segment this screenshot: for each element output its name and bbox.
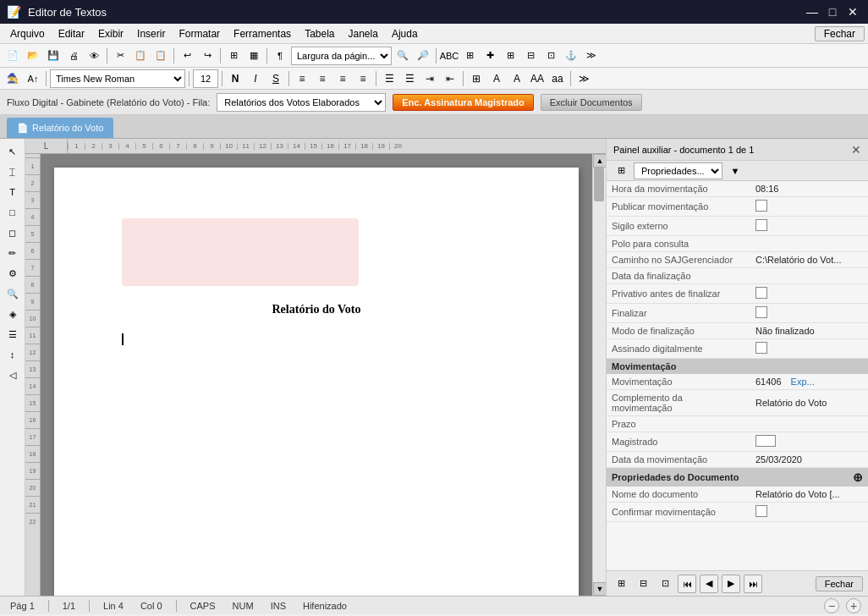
- underline-button[interactable]: S: [266, 69, 285, 88]
- new-file-button[interactable]: 📄: [3, 47, 22, 65]
- aa-button[interactable]: aa: [548, 69, 567, 88]
- doc-props-expand-icon[interactable]: ⊕: [853, 470, 863, 484]
- menu-inserir[interactable]: Inserir: [130, 26, 172, 41]
- insert-row-button[interactable]: ⊞: [501, 47, 519, 65]
- left-tool-5[interactable]: ◻: [3, 223, 23, 242]
- vertical-scrollbar[interactable]: ▲ ▼: [592, 154, 606, 596]
- insert-col-button[interactable]: ⊟: [521, 47, 540, 65]
- print-preview-button[interactable]: 👁: [85, 47, 103, 65]
- zoom-in-button[interactable]: +: [846, 598, 861, 613]
- menu-tabela[interactable]: Tabela: [298, 26, 341, 41]
- table-fmt-button[interactable]: ⊞: [467, 69, 486, 88]
- italic-button[interactable]: I: [246, 69, 265, 88]
- list-ordered-button[interactable]: ☰: [400, 69, 419, 88]
- enc-assinatura-button[interactable]: Enc. Assinatura Magistrado: [393, 94, 533, 111]
- doc-content-area[interactable]: [122, 333, 511, 503]
- table3-button[interactable]: ⊞: [460, 47, 479, 65]
- cut-button[interactable]: ✂: [111, 47, 129, 65]
- menu-ferramentas[interactable]: Ferramentas: [227, 26, 298, 41]
- highlight-button[interactable]: A: [508, 69, 526, 88]
- paste-button[interactable]: 📋: [151, 47, 170, 65]
- list-unordered-button[interactable]: ☰: [380, 69, 398, 88]
- font-family-select[interactable]: Times New Roman: [50, 69, 185, 88]
- paragraph-button[interactable]: ¶: [271, 47, 289, 65]
- align-center-button[interactable]: ≡: [313, 69, 332, 88]
- anchor-button[interactable]: ⚓: [562, 47, 580, 65]
- scroll-down-button[interactable]: ▼: [593, 582, 606, 596]
- spell-button[interactable]: ABC: [440, 47, 459, 65]
- document-scroll[interactable]: Relatório do Voto: [41, 154, 592, 596]
- zoom-out-button[interactable]: −: [824, 598, 839, 613]
- font-size-input[interactable]: [193, 69, 218, 88]
- checkbox-finalizar[interactable]: [755, 306, 767, 318]
- panel-next-button[interactable]: ▶: [722, 575, 740, 593]
- more2-button[interactable]: ≫: [574, 69, 593, 88]
- justify-button[interactable]: ≡: [354, 69, 372, 88]
- checkbox-confirmar[interactable]: [755, 505, 767, 517]
- menu-ajuda[interactable]: Ajuda: [385, 26, 425, 41]
- more-button[interactable]: ≫: [582, 47, 601, 65]
- redo-button[interactable]: ↪: [198, 47, 217, 65]
- menu-editar[interactable]: Editar: [52, 26, 91, 41]
- left-tool-3[interactable]: T: [3, 183, 23, 201]
- panel-icon2[interactable]: ⊟: [634, 575, 652, 593]
- left-tool-arrow[interactable]: ◁: [3, 366, 23, 384]
- properties-scroll[interactable]: Hora da movimentação 08:16 Publicar movi…: [607, 181, 868, 570]
- panel-fechar-button[interactable]: Fechar: [816, 576, 863, 591]
- search-button[interactable]: 🔍: [393, 47, 412, 65]
- left-tool-4[interactable]: □: [3, 203, 23, 222]
- left-tool-7[interactable]: ⚙: [3, 264, 23, 283]
- panel-close-icon-button[interactable]: ✕: [851, 143, 861, 157]
- outdent-button[interactable]: ⇤: [441, 69, 459, 88]
- fechar-button[interactable]: Fechar: [815, 26, 865, 41]
- page-width-select[interactable]: Largura da págin...: [291, 47, 392, 65]
- align-right-button[interactable]: ≡: [333, 69, 352, 88]
- save-button[interactable]: 💾: [44, 47, 63, 65]
- excluir-documentos-button[interactable]: Excluir Documentos: [541, 94, 642, 111]
- bold-button[interactable]: N: [226, 69, 244, 88]
- props-arrow-button[interactable]: ▼: [726, 162, 744, 180]
- search2-button[interactable]: 🔎: [414, 47, 432, 65]
- checkbox-publicar[interactable]: [755, 200, 767, 212]
- panel-first-button[interactable]: ⏮: [678, 575, 696, 593]
- print-button[interactable]: 🖨: [64, 47, 83, 65]
- checkbox-privativo[interactable]: [755, 287, 767, 299]
- properties-dropdown[interactable]: Propriedades...: [634, 162, 722, 179]
- panel-prev-button[interactable]: ◀: [700, 575, 718, 593]
- left-tool-10[interactable]: ☰: [3, 325, 23, 344]
- scroll-track[interactable]: [593, 168, 606, 582]
- indent-button[interactable]: ⇥: [420, 69, 439, 88]
- menu-arquivo[interactable]: Arquivo: [3, 26, 52, 41]
- font-color-button[interactable]: A: [487, 69, 506, 88]
- left-tool-2[interactable]: ⌶: [3, 162, 23, 181]
- tab-relatorio-voto[interactable]: 📄 Relatório do Voto: [7, 118, 113, 138]
- undo-button[interactable]: ↩: [178, 47, 196, 65]
- props-icon-button[interactable]: ⊞: [612, 162, 630, 180]
- left-tool-1[interactable]: ↖: [3, 142, 23, 161]
- mov-exp-link[interactable]: Exp...: [791, 377, 815, 387]
- menu-janela[interactable]: Janela: [342, 26, 385, 41]
- copy-button[interactable]: 📋: [131, 47, 150, 65]
- table-insert-button[interactable]: ⊞: [224, 47, 243, 65]
- AA-button[interactable]: AA: [528, 69, 547, 88]
- menu-exibir[interactable]: Exibir: [91, 26, 130, 41]
- open-file-button[interactable]: 📂: [24, 47, 42, 65]
- left-tool-11[interactable]: ↕: [3, 345, 23, 364]
- panel-icon3[interactable]: ⊡: [656, 575, 674, 593]
- checkbox-sigilo[interactable]: [755, 219, 767, 231]
- document-paper[interactable]: Relatório do Voto: [54, 168, 579, 596]
- checkbox-magistrado[interactable]: [755, 435, 776, 447]
- panel-icon1[interactable]: ⊞: [612, 575, 630, 593]
- fila-select[interactable]: Relatórios dos Votos Elaborados: [217, 93, 386, 112]
- cross-button[interactable]: ✚: [481, 47, 499, 65]
- wizard-button[interactable]: 🧙: [3, 69, 22, 88]
- scroll-up-button[interactable]: ▲: [593, 154, 606, 168]
- minimize-button[interactable]: —: [804, 3, 821, 20]
- font-size-up[interactable]: A↑: [24, 69, 42, 88]
- left-tool-6[interactable]: ✏: [3, 244, 23, 262]
- scroll-thumb[interactable]: [594, 168, 604, 201]
- align-left-button[interactable]: ≡: [293, 69, 311, 88]
- left-tool-8[interactable]: 🔍: [3, 284, 23, 303]
- frame-button[interactable]: ⊡: [541, 47, 560, 65]
- menu-formatar[interactable]: Formatar: [172, 26, 227, 41]
